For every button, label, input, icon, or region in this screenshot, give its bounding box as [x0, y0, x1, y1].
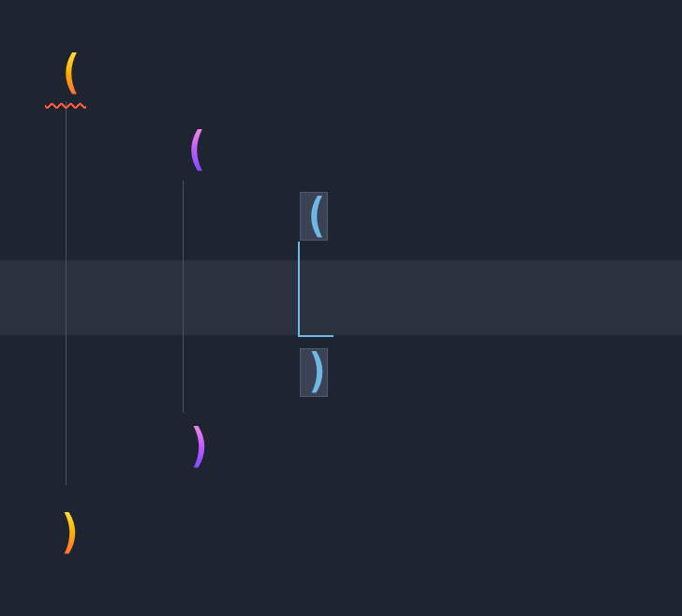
code-editor[interactable]: ( ( ( ) ) )	[0, 0, 682, 616]
paren-open-l3: (	[304, 192, 329, 240]
paren-close-l3: )	[305, 347, 331, 395]
error-underline-icon	[45, 103, 86, 109]
paren-open-l1: (	[58, 49, 83, 96]
indent-guide-level-1	[66, 101, 67, 485]
current-line-highlight	[0, 260, 682, 335]
bracket-scope-line	[298, 242, 334, 337]
paren-close-l2: )	[187, 422, 213, 470]
indent-guide-level-2	[183, 181, 184, 413]
paren-close-l1: )	[58, 508, 83, 556]
paren-open-l2: (	[184, 125, 209, 173]
